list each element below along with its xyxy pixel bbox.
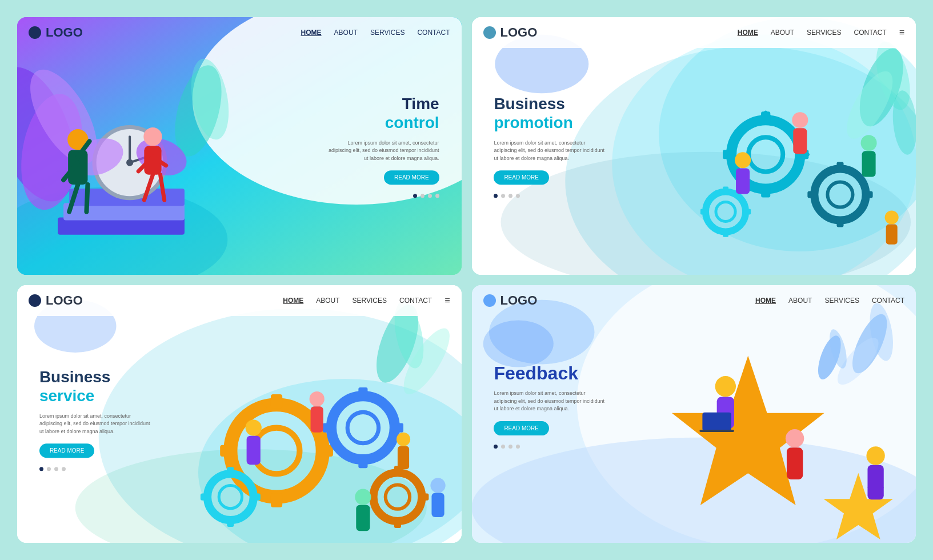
- nav-contact[interactable]: CONTACT: [854, 29, 887, 37]
- card-4-description: Lorem ipsum dolor sit amet, consectetur …: [494, 390, 608, 413]
- svg-point-97: [386, 485, 410, 509]
- card-3-dots: [39, 467, 154, 471]
- card-4-read-more[interactable]: READ MORE: [494, 421, 549, 435]
- logo-dot-icon: [29, 26, 41, 39]
- card-2-text: Business promotion Lorem ipsum dolor sit…: [494, 94, 608, 198]
- card-feedback: LOGO HOME ABOUT SERVICES CONTACT Feedbac…: [472, 285, 916, 543]
- svg-point-48: [814, 169, 866, 221]
- card-business-service: LOGO HOME ABOUT SERVICES CONTACT ≡ Busin…: [17, 285, 462, 543]
- svg-rect-127: [787, 447, 803, 479]
- svg-rect-53: [863, 191, 872, 198]
- card-4-nav: LOGO HOME ABOUT SERVICES CONTACT: [472, 285, 916, 316]
- card-3-heading-color: service: [39, 386, 154, 406]
- card-4-logo: LOGO: [483, 293, 538, 308]
- card-time-control: LOGO HOME ABOUT SERVICES CONTACT Time co…: [17, 17, 462, 275]
- svg-marker-120: [671, 356, 824, 505]
- svg-rect-81: [319, 445, 333, 457]
- card-2-read-more[interactable]: READ MORE: [494, 170, 549, 185]
- svg-rect-43: [761, 186, 770, 198]
- logo-text: LOGO: [46, 25, 83, 40]
- card-4-text: Feedback Lorem ipsum dolor sit amet, con…: [494, 362, 608, 449]
- svg-rect-101: [419, 493, 429, 500]
- nav-contact[interactable]: CONTACT: [399, 297, 432, 305]
- card-4-heading-dark: Feedback: [494, 362, 608, 384]
- svg-rect-87: [358, 458, 367, 468]
- dot-3: [428, 194, 432, 198]
- card-4-dots: [494, 445, 608, 449]
- dot-3: [508, 194, 512, 198]
- svg-point-116: [483, 321, 553, 367]
- svg-point-122: [715, 376, 735, 397]
- dot-2: [47, 467, 51, 471]
- main-grid: LOGO HOME ABOUT SERVICES CONTACT Time co…: [0, 0, 933, 560]
- nav-services[interactable]: SERVICES: [353, 297, 387, 305]
- nav-services[interactable]: SERVICES: [370, 29, 405, 37]
- svg-point-62: [792, 112, 808, 128]
- svg-rect-125: [699, 430, 734, 432]
- card-2-nav: LOGO HOME ABOUT SERVICES CONTACT ≡: [472, 17, 916, 48]
- dot-4: [435, 194, 439, 198]
- svg-point-104: [310, 391, 325, 406]
- card-2-description: Lorem ipsum dolor sit amet, consectetur …: [494, 139, 608, 163]
- svg-rect-89: [393, 423, 403, 432]
- hamburger-icon[interactable]: ≡: [445, 295, 450, 306]
- nav-about[interactable]: ABOUT: [771, 29, 794, 37]
- svg-point-90: [207, 474, 254, 520]
- dot-1: [494, 194, 498, 198]
- card-1-nav-links: HOME ABOUT SERVICES CONTACT: [301, 29, 450, 37]
- nav-home[interactable]: HOME: [301, 29, 322, 37]
- card-3-nav-links: HOME ABOUT SERVICES CONTACT ≡: [283, 295, 450, 306]
- logo-dot-icon: [29, 294, 41, 307]
- card-3-description: Lorem ipsum dolor sit amet, consectetur …: [39, 413, 154, 436]
- nav-contact[interactable]: CONTACT: [417, 29, 450, 37]
- nav-about[interactable]: ABOUT: [334, 29, 358, 37]
- card-3-heading-dark: Business: [39, 367, 154, 387]
- svg-point-126: [786, 429, 804, 447]
- nav-services[interactable]: SERVICES: [824, 297, 859, 305]
- svg-rect-94: [201, 493, 210, 500]
- nav-contact[interactable]: CONTACT: [872, 297, 904, 305]
- svg-point-55: [715, 202, 735, 222]
- nav-home[interactable]: HOME: [738, 29, 758, 37]
- svg-rect-95: [251, 493, 261, 500]
- dot-2: [501, 194, 505, 198]
- card-1-dots: [325, 194, 439, 198]
- card-4-illustration: [627, 311, 916, 543]
- svg-rect-59: [743, 209, 751, 215]
- svg-rect-51: [836, 218, 843, 227]
- svg-rect-86: [358, 387, 367, 398]
- card-2-heading-dark: Business: [494, 94, 608, 114]
- svg-rect-124: [702, 413, 731, 431]
- nav-home[interactable]: HOME: [755, 297, 776, 305]
- logo-text: LOGO: [46, 293, 83, 308]
- nav-services[interactable]: SERVICES: [807, 29, 841, 37]
- card-1-illustration: [17, 56, 248, 275]
- svg-point-84: [331, 396, 395, 459]
- svg-point-102: [246, 419, 262, 435]
- svg-rect-93: [227, 518, 234, 527]
- svg-point-49: [827, 182, 852, 207]
- card-1-read-more[interactable]: READ MORE: [384, 170, 439, 185]
- hamburger-icon[interactable]: ≡: [899, 27, 904, 38]
- svg-rect-58: [700, 209, 708, 215]
- card-2-nav-links: HOME ABOUT SERVICES CONTACT ≡: [738, 27, 904, 38]
- svg-rect-107: [356, 505, 370, 530]
- dot-1: [39, 467, 43, 471]
- svg-rect-103: [247, 435, 261, 464]
- card-3-read-more[interactable]: READ MORE: [39, 443, 95, 458]
- svg-point-108: [397, 432, 410, 446]
- nav-home[interactable]: HOME: [283, 297, 303, 305]
- logo-dot-icon: [483, 294, 496, 307]
- logo-text: LOGO: [500, 293, 538, 308]
- svg-point-85: [347, 412, 378, 443]
- svg-point-91: [219, 485, 242, 508]
- nav-about[interactable]: ABOUT: [316, 297, 339, 305]
- nav-about[interactable]: ABOUT: [788, 297, 812, 305]
- dot-3: [54, 467, 58, 471]
- svg-rect-105: [311, 406, 323, 432]
- svg-rect-79: [271, 493, 282, 507]
- dot-1: [413, 194, 417, 198]
- card-1-logo: LOGO: [29, 25, 83, 40]
- svg-point-96: [374, 473, 422, 521]
- card-3-illustration: [173, 324, 461, 543]
